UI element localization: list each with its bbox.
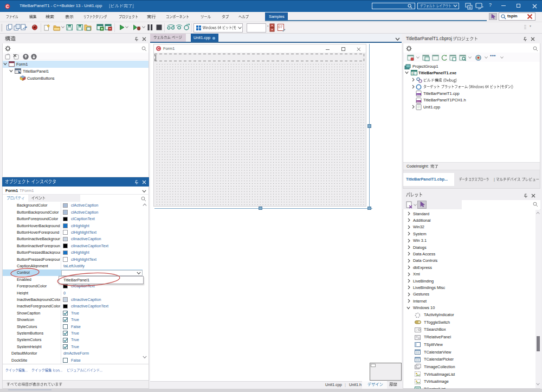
svg-text:c++: c++ [417, 100, 420, 102]
svg-text:07: 07 [279, 25, 283, 29]
svg-text:E: E [412, 72, 415, 75]
svg-text:c++: c++ [417, 93, 420, 95]
